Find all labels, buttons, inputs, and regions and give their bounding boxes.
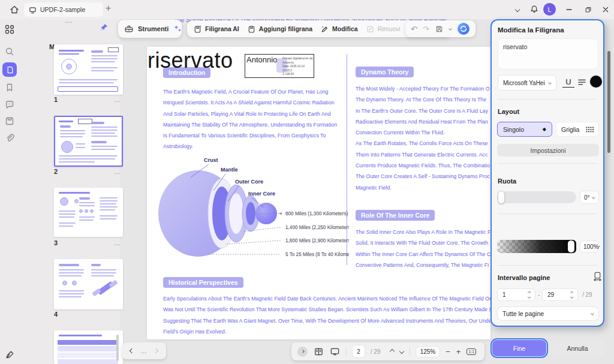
prev-page-icon[interactable] — [129, 348, 134, 353]
window-minimize-button[interactable] — [562, 4, 576, 16]
page-thumbnail-2-selected[interactable] — [54, 116, 123, 167]
chevron-down-icon — [592, 195, 595, 199]
thumbnail-menu-icon[interactable]: … — [114, 168, 121, 175]
window-close-button[interactable] — [599, 4, 612, 16]
undo-icon[interactable]: ↶ — [411, 25, 417, 34]
sidebar-more-icon[interactable]: ⋯ — [65, 18, 73, 26]
page-thumbnail-5[interactable] — [54, 330, 123, 364]
layout-griglia-button[interactable]: Griglia — [556, 122, 599, 137]
notification-bell-icon[interactable] — [528, 3, 541, 15]
signature-stamp-icon[interactable] — [4, 349, 15, 360]
sidebar-scrollbar[interactable] — [116, 335, 119, 361]
expand-toolbar-icon[interactable] — [297, 347, 308, 357]
page-number: 4 — [54, 311, 58, 318]
strumenti-button[interactable]: Strumenti — [118, 20, 182, 38]
titlebar-chevron-down-icon[interactable] — [511, 4, 524, 16]
watermark-text[interactable]: riservato — [148, 48, 233, 73]
page-thumbnails-icon[interactable] — [2, 62, 17, 77]
zoom-level[interactable]: 125% — [416, 347, 440, 357]
fine-button[interactable]: Fine — [492, 340, 546, 356]
bookmark-icon[interactable] — [4, 82, 15, 93]
text-align-button[interactable] — [577, 78, 586, 87]
comments-icon[interactable] — [4, 99, 15, 110]
actual-size-icon[interactable]: 1:1 — [466, 348, 476, 355]
page-range-icon[interactable] — [592, 271, 603, 281]
page-to-input[interactable]: 29 — [542, 288, 578, 301]
search-icon[interactable] — [4, 46, 15, 57]
rotate-slider-track[interactable] — [497, 191, 576, 203]
thumbnail-caption: 3 … — [54, 239, 121, 246]
tab-title: UPDF-2-sample — [40, 6, 85, 13]
diagram-measure-4: 5 To 25 Miles (8 To 40 Kilometers) — [285, 252, 349, 257]
filigrana-ai-button[interactable]: Filigrana AI — [193, 25, 239, 34]
page-thumbnail-3[interactable] — [54, 188, 123, 237]
watermark-text-input[interactable]: riservato — [498, 38, 598, 70]
filigrana-ai-label: Filigrana AI — [205, 25, 239, 32]
save-options-chevron-icon[interactable] — [449, 27, 452, 31]
diagram-measure-2: 1,400 Miles (2,250 Kilometers) — [285, 225, 349, 230]
page-from-input[interactable]: 1 — [497, 288, 535, 301]
save-icon[interactable] — [435, 25, 444, 34]
opacity-slider-handle[interactable] — [568, 240, 574, 252]
window-restore-button[interactable] — [582, 4, 595, 16]
aggiungi-filigrana-label: Aggiungi filigrana — [259, 25, 312, 32]
reader-view-icon[interactable] — [314, 347, 324, 357]
opacity-slider-track[interactable] — [497, 240, 576, 253]
opacity-value-select[interactable]: 100% — [580, 240, 599, 252]
watermark-add-icon — [247, 25, 256, 34]
page-count-label: / 29 — [371, 348, 381, 355]
modifica-label: Modifica — [332, 25, 358, 32]
chevron-down-icon — [548, 81, 552, 85]
ai-assistant-button[interactable] — [457, 22, 470, 35]
intro-paragraph: The Earth's Magnetic Field, A Crucial Fe… — [163, 86, 347, 152]
document-tab[interactable]: UPDF-2-sample — [24, 2, 103, 17]
new-tab-button[interactable]: + — [106, 3, 111, 14]
impostazioni-button[interactable]: Impostazioni — [497, 144, 599, 157]
rotate-slider-handle[interactable] — [498, 191, 505, 204]
page-thumbnail-1[interactable] — [54, 44, 123, 95]
aggiungi-filigrana-button[interactable]: Aggiungi filigrana — [247, 25, 312, 34]
more-pages-icon[interactable]: … — [140, 347, 148, 354]
range-separator: - — [538, 291, 540, 298]
pages-scope-select[interactable]: Tutte le pagine — [497, 306, 599, 321]
page-number: 2 — [54, 168, 58, 175]
next-page-icon[interactable] — [154, 348, 158, 353]
miniature-sidebar: ⋯ Miniature 1 … — [19, 19, 120, 364]
text-color-swatch[interactable] — [590, 76, 602, 88]
pin-icon[interactable] — [100, 23, 109, 32]
file-manager-icon[interactable] — [4, 116, 15, 127]
spinner-icons[interactable] — [571, 292, 573, 297]
attachment-paperclip-icon[interactable] — [4, 133, 15, 143]
diagram-label-outer-core: Outer Core — [235, 179, 263, 185]
current-page-input[interactable]: 2 — [353, 345, 365, 357]
redo-icon[interactable]: ↷ — [423, 25, 429, 34]
avatar[interactable]: L — [543, 3, 556, 16]
previous-page-arrow-icon[interactable] — [389, 349, 394, 354]
next-page-arrow-icon[interactable] — [399, 349, 404, 354]
spinner-icons[interactable] — [528, 292, 531, 297]
page-thumbnail-4[interactable] — [54, 259, 123, 309]
digital-signature-box[interactable]: Antonnio Firmato digitalmente da: Antonn… — [245, 54, 314, 78]
history-save-toolbar: ↶ ↷ — [405, 20, 475, 37]
section-heading-role: Role Of The Inner Core — [356, 210, 435, 221]
document-scrollbar[interactable] — [607, 51, 610, 153]
panel-title: Modifica la Filigrana — [498, 26, 564, 34]
modifica-button[interactable]: Modifica — [320, 25, 358, 34]
apps-grid-icon[interactable] — [4, 24, 15, 35]
home-icon[interactable] — [8, 4, 20, 16]
rimuovi-label: Rimuovi — [378, 25, 401, 32]
font-family-select[interactable]: Microsoft YaHei — [498, 75, 556, 91]
signature-name: Antonnio — [246, 55, 278, 64]
thumbnail-menu-icon[interactable]: … — [114, 239, 121, 246]
chevron-down-icon — [591, 312, 594, 315]
thumbnail-menu-icon[interactable]: … — [114, 96, 121, 103]
zoom-out-icon[interactable]: − — [446, 347, 450, 356]
layout-singolo-button[interactable]: Singolo ◆ — [497, 122, 552, 137]
underline-button[interactable]: U — [562, 77, 574, 88]
zoom-in-icon[interactable]: + — [456, 347, 461, 356]
role-paragraph: The Solid Inner Core Also Plays A Role I… — [356, 227, 490, 270]
rotate-angle-select[interactable]: 0° — [580, 191, 599, 204]
annulla-button[interactable]: Annulla — [550, 340, 604, 356]
diagram-label-inner-core: Inner Core — [248, 191, 275, 197]
presentation-icon[interactable] — [330, 347, 340, 357]
